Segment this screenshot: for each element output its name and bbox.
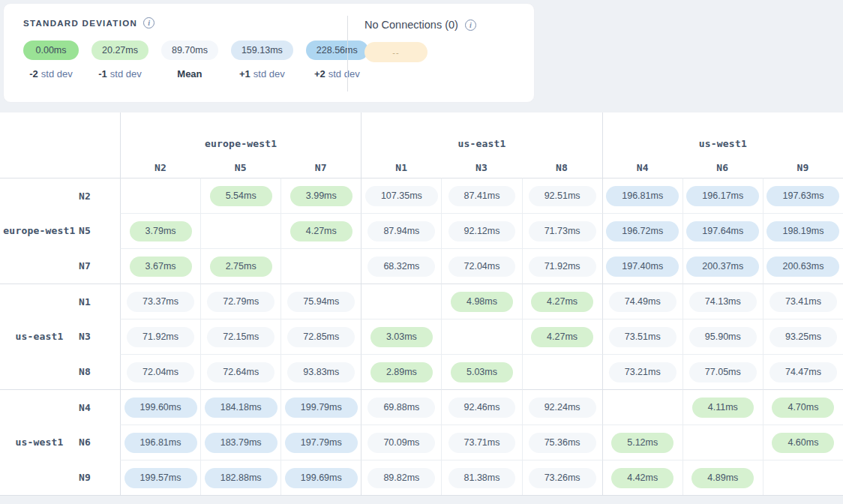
latency-value-pill[interactable]: 4.27ms [531,292,593,312]
latency-value-pill[interactable]: 92.51ms [529,186,596,206]
latency-value-pill[interactable]: 197.64ms [686,221,759,242]
latency-value-pill[interactable]: 200.63ms [766,256,839,277]
row-node-label: N4 [79,402,110,413]
latency-value-pill[interactable]: 196.17ms [686,186,759,206]
latency-value-pill[interactable]: 92.46ms [448,398,516,418]
latency-value-pill[interactable]: 69.88ms [368,398,435,418]
latency-value-pill[interactable]: 2.89ms [370,362,433,382]
latency-value-pill[interactable]: 196.81ms [124,433,197,453]
latency-value-pill[interactable]: 72.85ms [287,327,355,347]
column-header-N5: N5 [200,150,280,178]
legend-pills: 0.00ms -2std dev 20.27ms -1std dev 89.70… [23,40,347,80]
latency-cell: 93.25ms [763,319,843,354]
latency-value-pill[interactable]: 3.03ms [370,327,433,347]
latency-value-pill[interactable]: 73.21ms [609,362,676,382]
latency-value-pill[interactable]: 71.92ms [127,327,194,347]
latency-value-pill[interactable]: 3.67ms [130,256,192,277]
latency-value-pill[interactable]: 93.83ms [287,362,355,382]
latency-cell: 199.57ms [120,460,200,495]
latency-value-pill[interactable]: 72.04ms [127,362,194,382]
legend-item: 159.13ms +1std dev [231,40,293,80]
region-header-us-east1: us-east1 [361,112,602,150]
latency-value-pill[interactable]: 197.63ms [766,186,839,206]
latency-value-pill[interactable]: 4.42ms [611,468,674,488]
row-node-label: N7 [79,260,110,272]
latency-value-pill[interactable]: 87.41ms [448,186,516,206]
latency-value-pill[interactable]: 71.73ms [529,221,596,242]
latency-value-pill[interactable]: 4.27ms [531,327,593,347]
latency-value-pill[interactable]: 4.70ms [772,398,834,418]
info-icon[interactable]: i [465,20,476,31]
latency-value-pill[interactable]: 199.69ms [285,468,358,488]
latency-value-pill[interactable]: 71.92ms [529,256,596,277]
latency-cell: 72.79ms [200,284,280,319]
latency-value-pill[interactable]: 199.60ms [124,398,197,418]
latency-value-pill[interactable]: 107.35ms [365,186,438,206]
latency-cell: 92.46ms [441,389,521,424]
latency-value-pill[interactable]: 4.11ms [692,398,754,418]
latency-value-pill[interactable]: 196.72ms [606,221,679,242]
latency-value-pill[interactable]: 75.36ms [529,433,596,453]
latency-value-pill[interactable]: 199.57ms [124,468,197,488]
latency-value-pill[interactable]: 92.24ms [529,398,596,418]
row-node-label: N2 [79,190,110,202]
latency-value-pill[interactable]: 92.12ms [448,221,516,242]
latency-cell: 75.94ms [280,284,361,319]
latency-value-pill[interactable]: 4.98ms [451,292,513,312]
latency-value-pill[interactable]: 200.37ms [686,256,759,277]
row-node-label: N9 [79,472,110,483]
latency-value-pill[interactable]: 93.25ms [770,327,837,347]
latency-cell: 73.37ms [120,284,200,319]
latency-value-pill[interactable]: 89.82ms [368,468,435,488]
latency-value-pill[interactable]: 68.32ms [368,256,435,277]
latency-value-pill[interactable]: 184.18ms [205,398,278,418]
latency-value-pill[interactable]: 73.71ms [448,433,516,453]
row-label-N7: N7 [0,248,120,284]
latency-value-pill[interactable]: 73.37ms [127,292,194,312]
latency-value-pill[interactable]: 72.64ms [207,362,274,382]
latency-value-pill[interactable]: 72.04ms [448,256,516,277]
latency-value-pill[interactable]: 5.54ms [210,186,272,206]
latency-value-pill[interactable]: 4.60ms [772,433,834,453]
latency-value-pill[interactable]: 5.12ms [611,433,674,453]
latency-value-pill[interactable]: 73.41ms [770,292,837,312]
latency-value-pill[interactable]: 73.51ms [609,327,676,347]
info-icon[interactable]: i [143,17,154,28]
latency-value-pill[interactable]: 5.03ms [451,362,513,382]
latency-cell: 197.40ms [602,248,682,284]
latency-value-pill[interactable]: 3.99ms [290,186,352,206]
latency-value-pill[interactable]: 197.79ms [285,433,358,453]
latency-value-pill[interactable]: 198.19ms [766,221,839,242]
latency-value-pill[interactable]: 73.26ms [529,468,596,488]
latency-value-pill[interactable]: 74.13ms [689,292,757,312]
latency-value-pill[interactable]: 4.27ms [290,221,352,242]
latency-value-pill[interactable]: 81.38ms [448,468,516,488]
latency-value-pill[interactable]: 74.47ms [770,362,837,382]
latency-cell: 73.21ms [602,354,682,389]
row-region-label: europe-west1 [0,225,79,236]
latency-value-pill[interactable]: 199.79ms [285,398,358,418]
latency-value-pill[interactable]: 72.15ms [207,327,274,347]
latency-cell: 69.88ms [361,389,441,424]
latency-value-pill[interactable]: 87.94ms [368,221,435,242]
latency-cell: 5.12ms [602,424,682,460]
latency-value-pill[interactable]: 74.49ms [609,292,676,312]
latency-value-pill[interactable]: 197.40ms [606,256,679,277]
latency-value-pill[interactable]: 182.88ms [205,468,278,488]
row-node-label: N8 [79,366,110,377]
latency-value-pill[interactable]: 75.94ms [287,292,355,312]
latency-value-pill[interactable]: 4.89ms [692,468,754,488]
latency-value-pill[interactable]: 3.79ms [130,221,192,242]
latency-cell: 196.81ms [120,424,200,460]
row-label-N8: N8 [0,354,120,389]
row-label-N6: us-west1N6 [0,424,120,460]
latency-value-pill[interactable]: 72.79ms [207,292,274,312]
latency-value-pill[interactable]: 77.05ms [689,362,757,382]
latency-value-pill[interactable]: 196.81ms [606,186,679,206]
latency-value-pill[interactable]: 95.90ms [689,327,757,347]
latency-cell [280,248,361,284]
latency-cell: 4.70ms [763,389,843,424]
latency-value-pill[interactable]: 2.75ms [210,256,272,277]
latency-value-pill[interactable]: 183.79ms [205,433,278,453]
latency-value-pill[interactable]: 70.09ms [368,433,435,453]
